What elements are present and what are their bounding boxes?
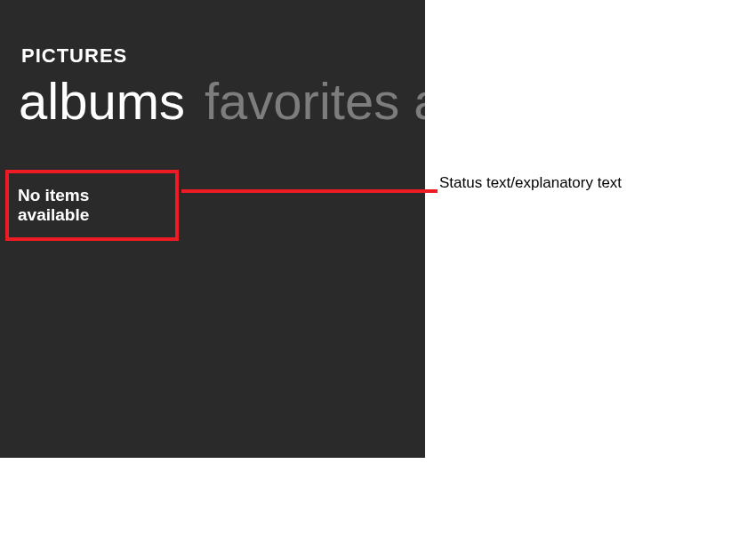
pictures-hub-panel: PICTURES albums favorites al No items av… (0, 0, 425, 458)
hub-title: PICTURES (0, 0, 425, 68)
pivot-row: albums favorites al (0, 68, 425, 129)
annotation-leader-line (181, 189, 438, 193)
annotation-label: Status text/explanatory text (439, 174, 622, 192)
pivot-albums[interactable]: albums (19, 75, 185, 129)
empty-state-text: No items available (18, 186, 163, 225)
pivot-favorites[interactable]: favorites al (205, 75, 425, 129)
status-highlight-box: No items available (5, 170, 179, 241)
